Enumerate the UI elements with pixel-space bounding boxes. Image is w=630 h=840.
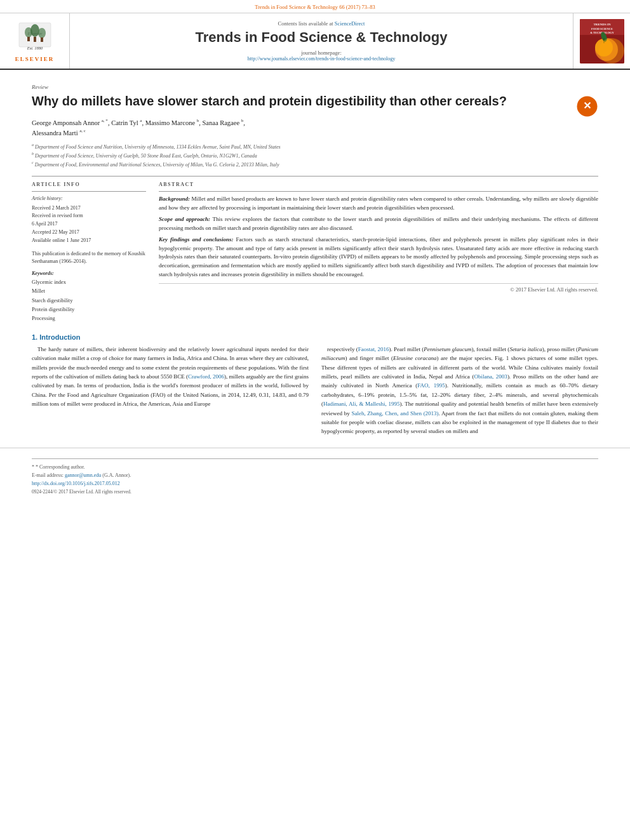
intro-col1: The hardy nature of millets, their inher… (32, 345, 309, 440)
background-label: Background: (159, 196, 190, 202)
keyword-starch: Starch digestibility (32, 296, 146, 305)
abstract-text: Background: Millet and millet based prod… (159, 195, 598, 279)
affiliation-c: c Department of Food, Environmental and … (32, 160, 598, 169)
email-note: E-mail address: gannor@umn.edu (G.A. Ann… (32, 472, 598, 478)
abstract-findings: Key findings and conclusions: Factors su… (159, 236, 598, 280)
article-info-abstract: ARTICLE INFO Article history: Received 2… (32, 176, 598, 323)
contents-line: Contents lists available at ScienceDirec… (278, 20, 365, 27)
faostat-ref[interactable]: Faostat, 2016 (358, 346, 389, 352)
svg-rect-5 (34, 37, 36, 42)
svg-point-3 (30, 24, 39, 37)
dedication: This publication is dedicated to the mem… (32, 250, 146, 265)
corresponding-note: * * Corresponding author. (32, 464, 598, 470)
elsevier-logo: Elsevier Est. 1880 ELSEVIER (13, 20, 57, 62)
introduction-heading: 1. Introduction (32, 333, 598, 341)
authors: George Amponsah Annor a, *, Catrin Tyl a… (32, 117, 598, 138)
footer-divider (32, 458, 598, 459)
homepage-url[interactable]: http://www.journals.elsevier.com/trends-… (248, 56, 396, 62)
svg-rect-7 (41, 37, 43, 42)
received-revised-label: Received in revised form (32, 212, 146, 220)
section-label: Review (32, 84, 598, 90)
abstract-title: ABSTRACT (159, 182, 598, 187)
page: Trends in Food Science & Technology 66 (… (0, 0, 630, 840)
copyright-line: © 2017 Elsevier Ltd. All rights reserved… (159, 283, 598, 293)
available-date: Available online 1 June 2017 (32, 237, 146, 245)
svg-point-15 (595, 39, 613, 57)
homepage-line: journal homepage: http://www.journals.el… (248, 50, 396, 62)
intro-para2: respectively (Faostat, 2016). Pearl mill… (321, 345, 598, 436)
abstract-background: Background: Millet and millet based prod… (159, 195, 598, 213)
elsevier-graphic: Elsevier Est. 1880 (13, 20, 57, 55)
affiliation-a: a Department of Food Science and Nutriti… (32, 142, 598, 151)
abstract-scope: Scope and approach: This review explores… (159, 215, 598, 233)
email-suffix: (G.A. Annor). (102, 472, 131, 478)
keywords-label: Keywords: (32, 270, 146, 276)
saleh-ref[interactable]: Saleh, Zhang, Chen, and Shen (2013) (351, 410, 438, 417)
journal-cover-image: TRENDS IN FOOD SCIENCE & TECHNOLOGY (580, 19, 624, 63)
journal-title-area: Contents lists available at ScienceDirec… (70, 13, 573, 69)
keyword-glycemic: Glycemic index (32, 277, 146, 286)
article-title: Why do millets have slower starch and pr… (32, 93, 570, 109)
article-info-col: ARTICLE INFO Article history: Received 2… (32, 182, 146, 323)
svg-rect-6 (27, 37, 30, 41)
page-footer: * * Corresponding author. E-mail address… (0, 448, 630, 498)
journal-reference: Trends in Food Science & Technology 66 (… (255, 4, 375, 10)
crawford-ref[interactable]: Crawford, 2006 (188, 373, 224, 380)
top-reference: Trends in Food Science & Technology 66 (… (0, 0, 630, 13)
author-email[interactable]: gannor@umn.edu (65, 472, 101, 478)
contents-label: Contents lists available at (278, 20, 333, 27)
findings-label: Key findings and conclusions: (159, 236, 233, 243)
journal-name: Trends in Food Science & Technology (196, 29, 448, 46)
elsevier-logo-area: Elsevier Est. 1880 ELSEVIER (0, 13, 70, 69)
crossmark-icon: ✕ (576, 95, 598, 117)
affiliations: a Department of Food Science and Nutriti… (32, 142, 598, 170)
section-number: 1. (32, 333, 37, 341)
svg-text:Est. 1880: Est. 1880 (26, 46, 43, 50)
elsevier-text: ELSEVIER (15, 56, 55, 62)
scope-label: Scope and approach: (159, 216, 210, 222)
issn-line: 0924-2244/© 2017 Elsevier Ltd. All right… (32, 489, 598, 495)
fao-ref[interactable]: FAO, 1995 (417, 382, 445, 389)
accepted-date: Accepted 22 May 2017 (32, 229, 146, 237)
article-history: Article history: Received 2 March 2017 R… (32, 195, 146, 245)
introduction-text: The hardy nature of millets, their inher… (32, 345, 598, 440)
received-date: Received 2 March 2017 (32, 204, 146, 213)
homepage-label: journal homepage: (301, 50, 342, 56)
keyword-millet: Millet (32, 286, 146, 295)
affiliation-b: b Department of Food Science, University… (32, 151, 598, 160)
email-label: E-mail address: (32, 472, 64, 478)
svg-text:FOOD SCIENCE: FOOD SCIENCE (591, 27, 612, 30)
abstract-col: ABSTRACT Background: Millet and millet b… (159, 182, 598, 323)
journal-header: Elsevier Est. 1880 ELSEVIER Contents lis… (0, 13, 630, 70)
title-row: Why do millets have slower starch and pr… (32, 93, 598, 117)
svg-point-4 (38, 28, 46, 38)
main-content: Review Why do millets have slower starch… (0, 70, 630, 448)
section-title: Introduction (39, 333, 80, 341)
keyword-protein: Protein digestibility (32, 305, 146, 314)
journal-cover-area: TRENDS IN FOOD SCIENCE & TECHNOLOGY (573, 13, 630, 69)
sciencedirect-link[interactable]: ScienceDirect (335, 20, 365, 27)
intro-para1: The hardy nature of millets, their inher… (32, 345, 309, 409)
doi-link[interactable]: http://dx.doi.org/10.1016/j.tifs.2017.05… (32, 481, 120, 486)
received-revised-date: 6 April 2017 (32, 220, 146, 229)
article-info-title: ARTICLE INFO (32, 182, 146, 187)
doi-note: http://dx.doi.org/10.1016/j.tifs.2017.05… (32, 481, 598, 486)
obilana-ref[interactable]: Obilana, 2003 (474, 373, 507, 380)
background-text: Millet and millet based products are kno… (159, 196, 598, 211)
scope-text: This review explores the factors that co… (159, 216, 598, 231)
svg-text:TRENDS IN: TRENDS IN (593, 23, 610, 26)
corresponding-asterisk: * * Corresponding author. (32, 464, 85, 470)
keyword-processing: Processing (32, 314, 146, 323)
svg-text:✕: ✕ (583, 100, 591, 111)
history-label: Article history: (32, 195, 146, 203)
introduction-section: 1. Introduction The hardy nature of mill… (32, 333, 598, 440)
hadimani-ref[interactable]: Hadimani, Ali, & Malleshi, 1995 (323, 401, 400, 407)
keywords-list: Glycemic index Millet Starch digestibili… (32, 277, 146, 323)
intro-col2: respectively (Faostat, 2016). Pearl mill… (321, 345, 598, 440)
